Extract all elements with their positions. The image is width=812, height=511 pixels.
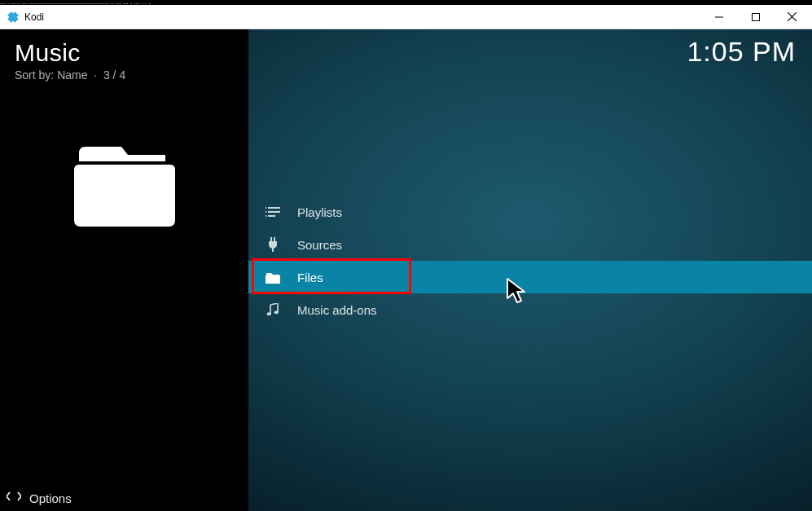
menu-item-playlists[interactable]: Playlists xyxy=(248,196,812,228)
page-title: Music xyxy=(15,39,234,67)
sidebar: Music Sort by: Name · 3 / 4 xyxy=(0,29,248,511)
menu-list: Playlists Sources xyxy=(248,196,812,326)
main-content: 1:05 PM Playlists xyxy=(248,29,812,511)
menu-item-label: Music add-ons xyxy=(297,303,377,317)
svg-point-12 xyxy=(266,211,267,213)
minimize-button[interactable] xyxy=(700,6,737,29)
menu-item-files[interactable]: Files xyxy=(248,261,812,293)
folder-icon xyxy=(265,269,281,285)
svg-rect-5 xyxy=(752,13,759,20)
playlist-icon xyxy=(265,204,281,220)
selected-item-folder-icon xyxy=(68,132,182,230)
window-titlebar: Kodi xyxy=(0,5,812,29)
menu-item-music-addons[interactable]: Music add-ons xyxy=(248,293,812,326)
menu-item-label: Sources xyxy=(297,238,342,252)
sort-indicator[interactable]: Sort by: Name · 3 / 4 xyxy=(15,68,234,81)
menu-item-label: Files xyxy=(297,271,323,284)
svg-rect-15 xyxy=(274,237,275,241)
kodi-logo-icon xyxy=(7,11,20,24)
svg-rect-16 xyxy=(272,248,274,252)
menu-item-label: Playlists xyxy=(297,205,342,219)
maximize-button[interactable] xyxy=(737,6,774,29)
options-button[interactable]: Options xyxy=(0,485,248,511)
options-label: Options xyxy=(29,491,72,505)
svg-point-19 xyxy=(274,311,279,314)
menu-item-sources[interactable]: Sources xyxy=(248,228,812,261)
options-arrows-icon xyxy=(7,491,21,505)
close-button[interactable] xyxy=(774,6,810,29)
svg-point-11 xyxy=(266,207,267,209)
svg-point-18 xyxy=(267,312,271,315)
plug-icon xyxy=(265,236,281,253)
music-note-icon xyxy=(265,302,281,318)
window-title: Kodi xyxy=(24,11,700,23)
clock: 1:05 PM xyxy=(687,36,796,68)
svg-point-13 xyxy=(266,215,267,217)
svg-rect-14 xyxy=(270,237,272,241)
